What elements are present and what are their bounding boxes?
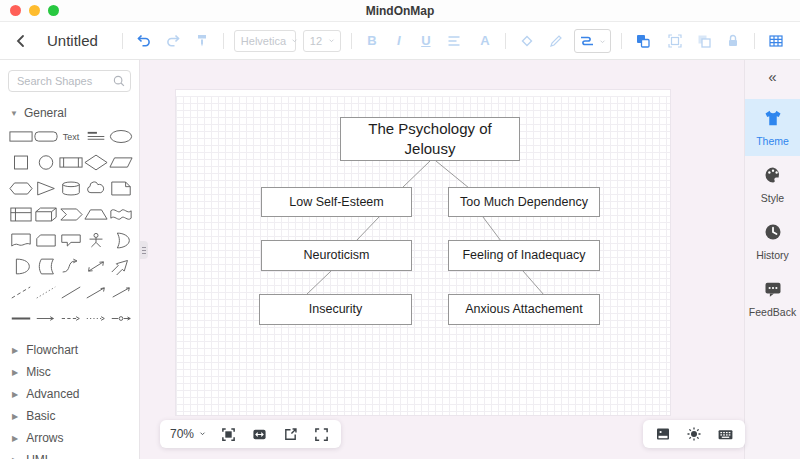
line-arrow-2-shape[interactable] (109, 282, 133, 303)
dotted-arrow-shape[interactable] (84, 308, 108, 329)
font-size-select[interactable]: 12 (303, 30, 341, 52)
circle-shape[interactable] (34, 152, 58, 173)
cube-shape[interactable] (34, 204, 58, 225)
panel-tab-label: History (756, 249, 789, 261)
dotted-line-shape[interactable] (34, 282, 58, 303)
brightness-button[interactable] (684, 423, 704, 445)
document-title[interactable]: Untitled (47, 32, 98, 49)
category-label: Advanced (26, 387, 79, 401)
actor-shape[interactable] (84, 230, 108, 251)
connector-dot-shape[interactable] (109, 308, 133, 329)
triangle-shape[interactable] (34, 178, 58, 199)
font-color-button[interactable]: A (475, 29, 495, 53)
fill-color-button[interactable] (516, 29, 538, 53)
underline-button[interactable]: U (416, 29, 436, 53)
category-basic[interactable]: ▶Basic (8, 405, 131, 427)
mindmap-node[interactable]: Feeling of Inadequacy (448, 240, 600, 271)
section-general-label: General (24, 106, 67, 120)
mindmap-node[interactable]: Anxious Attachement (448, 294, 600, 325)
panel-tab-theme[interactable]: Theme (745, 99, 800, 156)
category-label: Arrows (26, 431, 63, 445)
text-align-button[interactable] (443, 29, 465, 53)
cloud-shape[interactable] (84, 178, 108, 199)
lock-button[interactable] (722, 29, 744, 53)
text-shape[interactable]: Text (59, 126, 83, 147)
redo-button[interactable] (162, 29, 184, 53)
dashed-line-shape[interactable] (9, 282, 33, 303)
mindmap-node[interactable]: Low Self-Esteem (261, 187, 412, 217)
bold-button[interactable]: B (362, 29, 382, 53)
callout-shape[interactable] (59, 230, 83, 251)
table-grid-button[interactable] (765, 29, 787, 53)
parallelogram-shape[interactable] (109, 152, 133, 173)
data-storage-shape[interactable] (34, 256, 58, 277)
line-shape[interactable] (59, 282, 83, 303)
connector-style-select[interactable] (574, 29, 611, 53)
insert-shape-button[interactable] (632, 29, 654, 53)
panel-collapse-button[interactable]: « (745, 60, 800, 99)
line-color-button[interactable] (545, 29, 567, 53)
category-flowchart[interactable]: ▶Flowchart (8, 339, 131, 361)
panel-tab-feedback[interactable]: FeedBack (745, 270, 800, 327)
and-shape[interactable] (9, 256, 33, 277)
mindmap-node[interactable]: The Psychology of Jelousy (340, 117, 520, 161)
thumbnail-button[interactable] (653, 423, 673, 445)
document-shape[interactable] (9, 230, 33, 251)
arrow-line-shape[interactable] (34, 308, 58, 329)
process-shape[interactable] (59, 152, 83, 173)
or-shape[interactable] (109, 230, 133, 251)
fit-selection-button[interactable] (218, 423, 238, 445)
ellipse-shape[interactable] (109, 126, 133, 147)
internal-storage-shape[interactable] (9, 204, 33, 225)
section-general[interactable]: ▼ General (10, 106, 129, 120)
category-misc[interactable]: ▶Misc (8, 361, 131, 383)
fit-width-button[interactable] (249, 423, 269, 445)
category-uml[interactable]: ▶UML (8, 449, 131, 459)
panel-tab-label: Style (761, 192, 784, 204)
panel-tab-style[interactable]: Style (745, 156, 800, 213)
dashed-arrow-shape[interactable] (59, 308, 83, 329)
right-panel: « ThemeStyleHistoryFeedBack (744, 60, 800, 459)
layers-button[interactable] (693, 29, 715, 53)
note-shape[interactable] (109, 178, 133, 199)
line-arrow-shape[interactable] (84, 282, 108, 303)
step-shape[interactable] (59, 204, 83, 225)
bold-line-shape[interactable] (9, 308, 33, 329)
italic-button[interactable]: I (389, 29, 409, 53)
chevron-down-icon (598, 32, 607, 50)
cylinder-shape[interactable] (59, 178, 83, 199)
format-painter-button[interactable] (191, 29, 213, 53)
card-shape[interactable] (34, 230, 58, 251)
undo-button[interactable] (133, 29, 155, 53)
category-label: Flowchart (26, 343, 78, 357)
panel-tab-history[interactable]: History (745, 213, 800, 270)
sidebar-collapse-handle[interactable] (140, 241, 148, 259)
diamond-shape[interactable] (84, 152, 108, 173)
trapezoid-shape[interactable] (84, 204, 108, 225)
new-page-button[interactable] (280, 423, 300, 445)
double-arrow-shape[interactable] (84, 256, 108, 277)
block-arrow-shape[interactable] (109, 256, 133, 277)
mindmap-node[interactable]: Insecurity (259, 294, 412, 325)
rectangle-shape[interactable] (9, 126, 33, 147)
mindmap-node[interactable]: Too Much Dependency (448, 187, 600, 217)
square-shape[interactable] (9, 152, 33, 173)
position-button[interactable] (664, 29, 686, 53)
chevron-down-icon (290, 35, 299, 47)
rounded-rectangle-shape[interactable] (34, 126, 58, 147)
feedback-icon (763, 279, 783, 303)
heading-shape[interactable] (84, 126, 108, 147)
mindmap-node[interactable]: Neuroticism (261, 240, 412, 271)
category-advanced[interactable]: ▶Advanced (8, 383, 131, 405)
category-arrows[interactable]: ▶Arrows (8, 427, 131, 449)
font-family-select[interactable]: Helvetica (234, 30, 296, 52)
back-icon[interactable] (10, 29, 32, 53)
curve-arrow-shape[interactable] (59, 256, 83, 277)
fullscreen-button[interactable] (311, 423, 331, 445)
hexagon-shape[interactable] (9, 178, 33, 199)
zoom-level-select[interactable]: 70% (170, 427, 207, 441)
shortcut-keys-button[interactable] (715, 423, 735, 445)
category-label: UML (26, 453, 51, 459)
tape-shape[interactable] (109, 204, 133, 225)
history-icon (763, 222, 783, 246)
